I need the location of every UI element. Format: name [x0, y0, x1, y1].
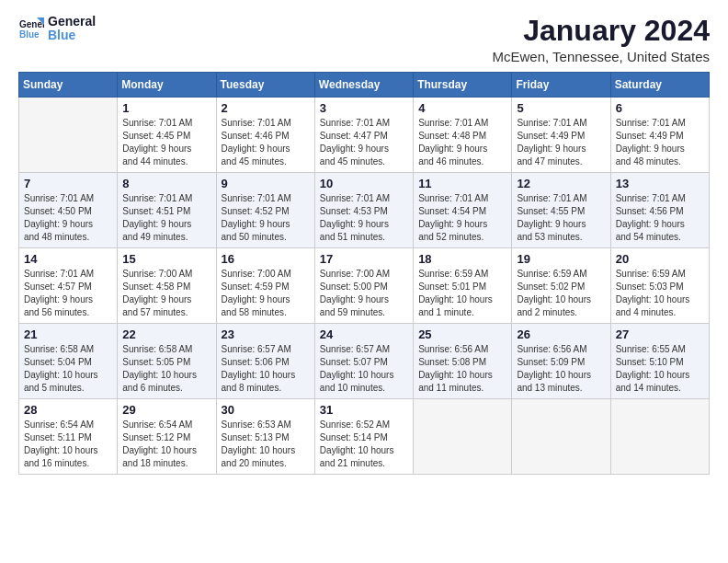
day-info: Sunrise: 7:01 AM Sunset: 4:47 PM Dayligh…	[320, 117, 408, 168]
day-info: Sunrise: 6:52 AM Sunset: 5:14 PM Dayligh…	[320, 419, 408, 470]
calendar-cell: 24Sunrise: 6:57 AM Sunset: 5:07 PM Dayli…	[314, 324, 413, 399]
day-number: 6	[616, 101, 704, 115]
day-info: Sunrise: 7:01 AM Sunset: 4:51 PM Dayligh…	[122, 192, 210, 244]
day-number: 15	[122, 252, 210, 266]
day-info: Sunrise: 7:01 AM Sunset: 4:55 PM Dayligh…	[517, 192, 605, 244]
day-number: 5	[517, 101, 605, 115]
week-row-3: 14Sunrise: 7:01 AM Sunset: 4:57 PM Dayli…	[19, 248, 710, 324]
day-number: 16	[222, 252, 310, 266]
calendar-cell: 19Sunrise: 6:59 AM Sunset: 5:02 PM Dayli…	[512, 248, 610, 324]
day-number: 24	[320, 327, 408, 341]
day-number: 23	[222, 327, 310, 341]
calendar-cell: 6Sunrise: 7:01 AM Sunset: 4:49 PM Daylig…	[610, 98, 709, 173]
day-info: Sunrise: 7:01 AM Sunset: 4:53 PM Dayligh…	[320, 192, 408, 244]
header-saturday: Saturday	[610, 73, 709, 98]
day-number: 20	[616, 252, 704, 266]
week-row-1: 1Sunrise: 7:01 AM Sunset: 4:45 PM Daylig…	[19, 98, 710, 173]
day-number: 10	[320, 177, 408, 190]
header-friday: Friday	[512, 73, 610, 98]
day-info: Sunrise: 7:01 AM Sunset: 4:48 PM Dayligh…	[418, 117, 506, 168]
calendar-cell: 10Sunrise: 7:01 AM Sunset: 4:53 PM Dayli…	[314, 173, 413, 248]
day-info: Sunrise: 7:01 AM Sunset: 4:45 PM Dayligh…	[122, 117, 210, 168]
svg-text:Blue: Blue	[19, 29, 40, 40]
day-info: Sunrise: 7:01 AM Sunset: 4:54 PM Dayligh…	[418, 192, 506, 244]
calendar-cell: 7Sunrise: 7:01 AM Sunset: 4:50 PM Daylig…	[19, 173, 118, 248]
calendar-table: SundayMondayTuesdayWednesdayThursdayFrid…	[18, 72, 710, 475]
day-number: 3	[320, 101, 408, 115]
week-row-5: 28Sunrise: 6:54 AM Sunset: 5:11 PM Dayli…	[19, 399, 710, 475]
calendar-cell: 20Sunrise: 6:59 AM Sunset: 5:03 PM Dayli…	[610, 248, 709, 324]
calendar-cell: 13Sunrise: 7:01 AM Sunset: 4:56 PM Dayli…	[610, 173, 709, 248]
day-info: Sunrise: 6:57 AM Sunset: 5:06 PM Dayligh…	[222, 343, 310, 395]
calendar-cell: 25Sunrise: 6:56 AM Sunset: 5:08 PM Dayli…	[414, 324, 512, 399]
calendar-cell: 8Sunrise: 7:01 AM Sunset: 4:51 PM Daylig…	[118, 173, 216, 248]
day-info: Sunrise: 6:58 AM Sunset: 5:05 PM Dayligh…	[122, 343, 210, 395]
calendar-cell: 18Sunrise: 6:59 AM Sunset: 5:01 PM Dayli…	[414, 248, 512, 324]
calendar-cell: 17Sunrise: 7:00 AM Sunset: 5:00 PM Dayli…	[314, 248, 413, 324]
day-number: 31	[320, 403, 408, 417]
calendar-cell: 11Sunrise: 7:01 AM Sunset: 4:54 PM Dayli…	[414, 173, 512, 248]
day-number: 1	[122, 101, 210, 115]
title-block: January 2024 McEwen, Tennessee, United S…	[492, 15, 710, 64]
day-info: Sunrise: 6:59 AM Sunset: 5:03 PM Dayligh…	[616, 268, 704, 319]
day-info: Sunrise: 6:58 AM Sunset: 5:04 PM Dayligh…	[24, 343, 112, 395]
day-info: Sunrise: 7:00 AM Sunset: 4:58 PM Dayligh…	[122, 268, 210, 319]
day-number: 17	[320, 252, 408, 266]
header-row: SundayMondayTuesdayWednesdayThursdayFrid…	[19, 73, 710, 98]
day-number: 14	[24, 252, 112, 266]
logo-icon: General Blue	[18, 16, 44, 41]
day-number: 13	[616, 177, 704, 190]
day-number: 8	[122, 177, 210, 190]
day-number: 7	[24, 177, 112, 190]
calendar-cell: 5Sunrise: 7:01 AM Sunset: 4:49 PM Daylig…	[512, 98, 610, 173]
day-number: 25	[418, 327, 506, 341]
day-number: 18	[418, 252, 506, 266]
calendar-cell	[414, 399, 512, 475]
calendar-cell: 27Sunrise: 6:55 AM Sunset: 5:10 PM Dayli…	[610, 324, 709, 399]
calendar-cell: 15Sunrise: 7:00 AM Sunset: 4:58 PM Dayli…	[118, 248, 216, 324]
day-info: Sunrise: 7:01 AM Sunset: 4:56 PM Dayligh…	[616, 192, 704, 244]
logo-text-line1: General	[48, 15, 96, 29]
calendar-cell: 16Sunrise: 7:00 AM Sunset: 4:59 PM Dayli…	[216, 248, 314, 324]
day-info: Sunrise: 6:53 AM Sunset: 5:13 PM Dayligh…	[222, 419, 310, 470]
calendar-cell: 28Sunrise: 6:54 AM Sunset: 5:11 PM Dayli…	[19, 399, 118, 475]
day-info: Sunrise: 6:55 AM Sunset: 5:10 PM Dayligh…	[616, 343, 704, 395]
week-row-4: 21Sunrise: 6:58 AM Sunset: 5:04 PM Dayli…	[19, 324, 710, 399]
calendar-cell: 29Sunrise: 6:54 AM Sunset: 5:12 PM Dayli…	[118, 399, 216, 475]
location: McEwen, Tennessee, United States	[492, 49, 710, 64]
header-wednesday: Wednesday	[314, 73, 413, 98]
day-info: Sunrise: 7:01 AM Sunset: 4:49 PM Dayligh…	[616, 117, 704, 168]
calendar-cell: 2Sunrise: 7:01 AM Sunset: 4:46 PM Daylig…	[216, 98, 314, 173]
day-info: Sunrise: 6:57 AM Sunset: 5:07 PM Dayligh…	[320, 343, 408, 395]
header-tuesday: Tuesday	[216, 73, 314, 98]
calendar-cell: 9Sunrise: 7:01 AM Sunset: 4:52 PM Daylig…	[216, 173, 314, 248]
day-info: Sunrise: 6:54 AM Sunset: 5:12 PM Dayligh…	[122, 419, 210, 470]
calendar-cell: 14Sunrise: 7:01 AM Sunset: 4:57 PM Dayli…	[19, 248, 118, 324]
day-info: Sunrise: 7:00 AM Sunset: 5:00 PM Dayligh…	[320, 268, 408, 319]
day-info: Sunrise: 7:01 AM Sunset: 4:50 PM Dayligh…	[24, 192, 112, 244]
month-title: January 2024	[492, 15, 710, 47]
day-number: 28	[24, 403, 112, 417]
day-number: 21	[24, 327, 112, 341]
day-number: 29	[122, 403, 210, 417]
day-info: Sunrise: 7:01 AM Sunset: 4:52 PM Dayligh…	[222, 192, 310, 244]
day-number: 12	[517, 177, 605, 190]
calendar-cell: 31Sunrise: 6:52 AM Sunset: 5:14 PM Dayli…	[314, 399, 413, 475]
day-number: 26	[517, 327, 605, 341]
calendar-cell	[610, 399, 709, 475]
day-number: 30	[222, 403, 310, 417]
calendar-cell: 4Sunrise: 7:01 AM Sunset: 4:48 PM Daylig…	[414, 98, 512, 173]
day-info: Sunrise: 6:56 AM Sunset: 5:08 PM Dayligh…	[418, 343, 506, 395]
page-header: General Blue General Blue January 2024 M…	[18, 15, 710, 64]
day-number: 19	[517, 252, 605, 266]
calendar-cell: 1Sunrise: 7:01 AM Sunset: 4:45 PM Daylig…	[118, 98, 216, 173]
calendar-cell	[512, 399, 610, 475]
day-number: 11	[418, 177, 506, 190]
day-info: Sunrise: 7:01 AM Sunset: 4:57 PM Dayligh…	[24, 268, 112, 319]
logo-text-line2: Blue	[48, 29, 96, 42]
calendar-cell: 21Sunrise: 6:58 AM Sunset: 5:04 PM Dayli…	[19, 324, 118, 399]
day-info: Sunrise: 6:56 AM Sunset: 5:09 PM Dayligh…	[517, 343, 605, 395]
day-number: 22	[122, 327, 210, 341]
header-monday: Monday	[118, 73, 216, 98]
calendar-cell: 22Sunrise: 6:58 AM Sunset: 5:05 PM Dayli…	[118, 324, 216, 399]
